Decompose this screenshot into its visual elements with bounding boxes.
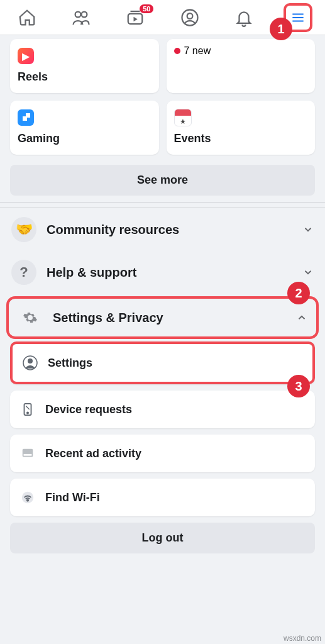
help-label: Help & support — [47, 265, 292, 280]
reels-icon: ▶ — [18, 48, 34, 64]
reels-label: Reels — [18, 70, 151, 84]
question-icon: ? — [11, 260, 36, 285]
friends-tab[interactable] — [67, 3, 96, 32]
device-icon — [19, 401, 36, 418]
svg-point-1 — [82, 11, 87, 17]
svg-point-6 — [28, 358, 33, 364]
profile-tab[interactable] — [175, 3, 204, 32]
gaming-icon — [18, 109, 34, 126]
divider — [0, 202, 325, 208]
gaming-label: Gaming — [18, 132, 151, 145]
friends-icon — [72, 8, 91, 27]
device-requests-item[interactable]: Device requests — [10, 391, 315, 428]
community-resources-row[interactable]: 🤝 Community resources — [0, 208, 325, 251]
chevron-down-icon — [302, 267, 314, 278]
events-icon — [174, 109, 192, 126]
profile-icon — [180, 8, 199, 27]
new-indicator: 7 new — [174, 45, 211, 56]
settings-privacy-row[interactable]: Settings & Privacy — [9, 299, 316, 336]
reels-tile[interactable]: ▶ Reels — [10, 39, 159, 93]
svg-point-8 — [27, 412, 28, 413]
settings-item[interactable]: Settings — [10, 341, 315, 384]
step-1-marker: 1 — [270, 18, 292, 40]
logout-label: Log out — [142, 531, 184, 544]
logout-button[interactable]: Log out — [10, 523, 315, 553]
see-more-button[interactable]: See more — [10, 165, 315, 196]
events-tile[interactable]: Events — [167, 101, 316, 155]
new-count: 7 new — [184, 45, 211, 56]
settings-privacy-label: Settings & Privacy — [53, 311, 286, 325]
ad-icon — [19, 445, 36, 462]
watermark: wsxdn.com — [284, 634, 321, 643]
bell-icon — [234, 8, 253, 27]
step-3-marker: 3 — [287, 375, 310, 397]
recent-ad-item[interactable]: Recent ad activity — [10, 435, 315, 472]
settings-label: Settings — [48, 357, 92, 370]
step-2-marker: 2 — [287, 282, 310, 304]
chevron-up-icon — [296, 312, 307, 323]
notifications-tab[interactable] — [229, 3, 258, 32]
new-tile[interactable]: 7 new — [167, 39, 316, 93]
settings-user-icon — [21, 354, 39, 372]
hamburger-icon — [290, 8, 306, 27]
gaming-tile[interactable]: Gaming — [10, 101, 159, 155]
svg-point-4 — [187, 13, 192, 19]
wifi-label: Find Wi-Fi — [45, 491, 100, 504]
watch-tab[interactable]: 50 — [121, 3, 150, 32]
home-tab[interactable] — [13, 3, 41, 32]
home-icon — [18, 8, 36, 27]
community-label: Community resources — [47, 223, 292, 237]
see-more-label: See more — [137, 174, 188, 186]
gear-icon — [18, 305, 43, 330]
watch-badge: 50 — [140, 4, 153, 13]
wifi-icon — [19, 489, 36, 506]
help-support-row[interactable]: ? Help & support — [0, 251, 325, 294]
svg-point-0 — [75, 11, 81, 17]
device-label: Device requests — [45, 403, 132, 416]
svg-point-12 — [27, 499, 28, 501]
handshake-icon: 🤝 — [11, 217, 36, 242]
red-dot-icon — [174, 48, 180, 54]
recent-ad-label: Recent ad activity — [45, 447, 141, 460]
find-wifi-item[interactable]: Find Wi-Fi — [10, 479, 315, 516]
svg-rect-10 — [24, 454, 32, 456]
chevron-down-icon — [302, 224, 314, 235]
events-label: Events — [174, 132, 308, 145]
